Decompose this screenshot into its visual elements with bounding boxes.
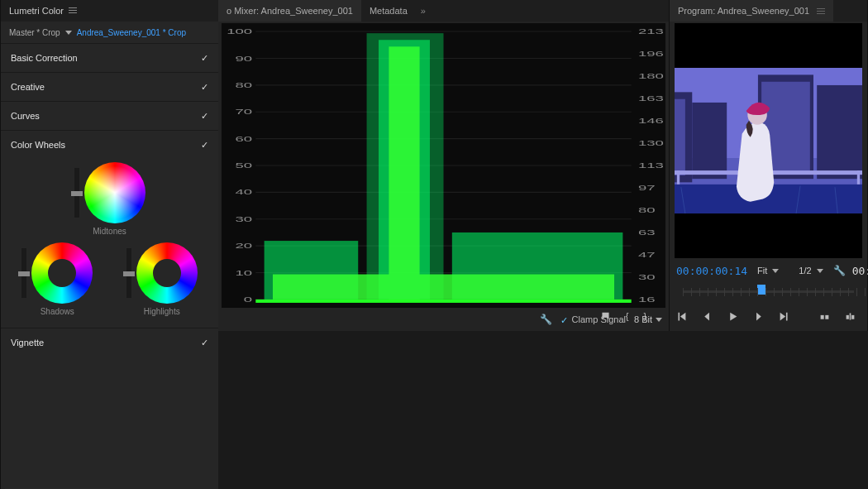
- clamp-signal-checkbox[interactable]: ✓ Clamp Signal: [560, 314, 626, 324]
- wheel-label: Midtones: [93, 227, 126, 236]
- svg-text:30: 30: [638, 273, 656, 281]
- section-head-creative[interactable]: Creative ✓: [1, 73, 218, 101]
- section-color-wheels: Color Wheels ✓ Midtones Shadows: [1, 130, 218, 328]
- program-viewer[interactable]: [675, 23, 862, 258]
- lift-icon[interactable]: [819, 310, 830, 322]
- video-frame: [675, 68, 862, 213]
- zoom-fit-dropdown[interactable]: Fit: [754, 266, 782, 276]
- tab-metadata[interactable]: Metadata: [361, 0, 416, 22]
- luma-slider[interactable]: [21, 248, 26, 298]
- extract-icon[interactable]: [845, 310, 856, 322]
- svg-text:47: 47: [638, 251, 656, 259]
- svg-text:60: 60: [235, 135, 252, 143]
- crumb-sequence[interactable]: Andrea_Sweeney_001 * Crop: [77, 28, 186, 37]
- check-icon[interactable]: ✓: [201, 338, 208, 348]
- svg-rect-49: [817, 85, 862, 179]
- check-icon[interactable]: ✓: [201, 53, 208, 64]
- hue-ring-icon[interactable]: [136, 242, 198, 304]
- clamp-label: Clamp Signal: [572, 314, 626, 324]
- check-icon[interactable]: ✓: [201, 140, 208, 151]
- waveform-scope: 1009080706050403020100 21319618016314613…: [222, 23, 665, 308]
- svg-rect-73: [851, 314, 854, 319]
- play-icon[interactable]: [727, 310, 738, 322]
- svg-text:70: 70: [235, 108, 252, 116]
- mark-out-icon[interactable]: }: [643, 310, 646, 322]
- section-label: Creative: [11, 82, 45, 92]
- section-vignette: Vignette ✓: [1, 328, 218, 357]
- tab-label: o Mixer: Andrea_Sweeney_001: [227, 6, 353, 16]
- chevron-down-icon: [656, 318, 662, 322]
- svg-text:97: 97: [638, 184, 656, 192]
- crumb-master[interactable]: Master * Crop: [9, 28, 60, 37]
- scopes-tabs: o Mixer: Andrea_Sweeney_001 Metadata »: [218, 0, 669, 22]
- svg-text:80: 80: [638, 206, 656, 214]
- svg-rect-17: [273, 275, 614, 300]
- section-head-wheels[interactable]: Color Wheels ✓: [1, 131, 218, 159]
- check-icon[interactable]: ✓: [201, 111, 208, 122]
- luma-slider[interactable]: [126, 248, 131, 298]
- wheel-midtones[interactable]: Midtones: [7, 162, 212, 236]
- section-curves: Curves ✓: [1, 101, 218, 130]
- chevron-down-icon[interactable]: [65, 31, 72, 35]
- program-playhead[interactable]: [757, 285, 765, 295]
- current-timecode[interactable]: 00:00:00:14: [676, 265, 747, 277]
- wheel-shadows[interactable]: Shadows: [7, 242, 107, 316]
- svg-rect-72: [847, 314, 849, 319]
- section-label: Curves: [11, 111, 40, 121]
- add-marker-icon[interactable]: [600, 310, 611, 322]
- svg-rect-70: [821, 314, 824, 319]
- svg-text:20: 20: [235, 242, 252, 250]
- transport-controls: { } +: [670, 301, 867, 331]
- svg-text:196: 196: [638, 50, 664, 58]
- go-to-in-icon[interactable]: [676, 310, 687, 322]
- step-back-icon[interactable]: [702, 310, 713, 322]
- svg-text:0: 0: [244, 295, 252, 304]
- go-to-out-icon[interactable]: [779, 310, 789, 322]
- svg-text:10: 10: [235, 268, 252, 276]
- section-label: Color Wheels: [11, 140, 65, 150]
- lumetri-breadcrumb: Master * Crop Andrea_Sweeney_001 * Crop: [1, 22, 218, 43]
- svg-rect-18: [255, 300, 631, 303]
- panel-menu-icon[interactable]: [817, 8, 825, 15]
- svg-rect-71: [825, 314, 828, 319]
- chevron-down-icon: [772, 269, 779, 273]
- mark-in-icon[interactable]: {: [626, 310, 629, 322]
- waveform-svg: 1009080706050403020100 21319618016314613…: [222, 23, 665, 308]
- res-label: 1/2: [799, 266, 811, 276]
- svg-text:113: 113: [638, 161, 664, 170]
- svg-text:30: 30: [235, 215, 252, 223]
- wheel-highlights[interactable]: Highlights: [112, 242, 212, 316]
- chevron-down-icon: [817, 269, 823, 273]
- hue-disc-icon[interactable]: [84, 162, 145, 223]
- fit-label: Fit: [757, 266, 767, 276]
- tab-program[interactable]: Program: Andrea_Sweeney_001: [670, 0, 833, 22]
- luma-slider[interactable]: [74, 168, 79, 218]
- check-icon[interactable]: ✓: [201, 82, 208, 93]
- step-forward-icon[interactable]: [753, 310, 764, 322]
- program-mini-ruler[interactable]: [675, 283, 862, 301]
- svg-text:180: 180: [638, 72, 664, 80]
- panel-overflow-chevron-icon[interactable]: »: [416, 6, 431, 16]
- svg-text:63: 63: [638, 228, 656, 237]
- section-head-basic[interactable]: Basic Correction ✓: [1, 44, 218, 72]
- duration-timecode: 00:00:02:18: [852, 265, 868, 277]
- svg-text:50: 50: [235, 161, 252, 170]
- svg-text:40: 40: [235, 188, 252, 196]
- svg-text:90: 90: [235, 54, 252, 62]
- playback-res-dropdown[interactable]: 1/2: [795, 266, 826, 276]
- section-head-curves[interactable]: Curves ✓: [1, 102, 218, 130]
- tab-label: Metadata: [370, 6, 408, 16]
- lumetri-header: Lumetri Color: [1, 0, 218, 22]
- settings-wrench-icon[interactable]: 🔧: [833, 265, 846, 276]
- section-label: Vignette: [11, 338, 44, 348]
- panel-menu-icon[interactable]: [69, 7, 77, 14]
- svg-text:146: 146: [638, 117, 664, 125]
- lumetri-title: Lumetri Color: [9, 6, 64, 16]
- section-head-vignette[interactable]: Vignette ✓: [1, 328, 218, 357]
- program-playbar: 00:00:00:14 Fit 1/2 🔧 00:00:02:18: [670, 258, 867, 283]
- tab-audio-mixer[interactable]: o Mixer: Andrea_Sweeney_001: [218, 0, 361, 22]
- bit-depth-select[interactable]: 8 Bit: [634, 314, 662, 324]
- wrench-icon[interactable]: 🔧: [540, 314, 552, 325]
- lumetri-panel: Lumetri Color Master * Crop Andrea_Sween…: [0, 0, 218, 489]
- hue-ring-icon[interactable]: [31, 242, 93, 304]
